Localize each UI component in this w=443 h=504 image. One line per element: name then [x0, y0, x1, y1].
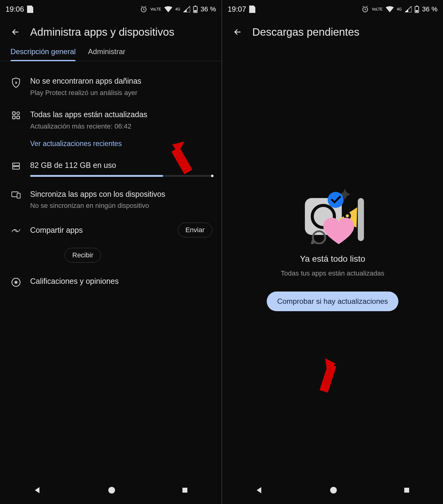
nav-home-icon[interactable]: [108, 486, 116, 494]
sim-icon: [27, 6, 33, 13]
storage-progress: [30, 175, 212, 177]
battery-icon: [193, 6, 198, 13]
network-label: 4G: [175, 7, 180, 11]
battery-percent: 36 %: [201, 5, 216, 13]
wifi-icon: [164, 6, 172, 12]
empty-title: Ya está todo listo: [300, 254, 365, 264]
sim-icon: [249, 6, 255, 13]
svg-rect-8: [13, 163, 20, 166]
devices-icon: [11, 190, 21, 199]
empty-state: Ya está todo listo Todas tus apps están …: [222, 42, 443, 476]
recent-updates-link[interactable]: Ver actualizaciones recientes: [30, 140, 212, 148]
nearby-share-icon: [11, 227, 21, 234]
svg-point-11: [14, 167, 15, 168]
svg-point-27: [346, 214, 349, 217]
storage-title: 82 GB de 112 GB en uso: [30, 160, 212, 171]
section-ratings[interactable]: Calificaciones y opiniones: [7, 270, 214, 293]
status-time: 19:07: [228, 5, 246, 14]
svg-rect-13: [17, 193, 20, 198]
volte-label: VoLTE: [372, 7, 383, 11]
alarm-icon: [361, 6, 369, 13]
signal-icon: [405, 6, 412, 12]
tabs: Descripción general Administrar: [0, 42, 222, 61]
apps-grid-icon: [11, 111, 21, 120]
check-updates-button[interactable]: Comprobar si hay actualizaciones: [267, 292, 398, 311]
illustration: [293, 183, 373, 244]
network-label: 4G: [397, 7, 402, 11]
send-button[interactable]: Enviar: [178, 223, 212, 237]
left-phone-screen: 19:06 VoLTE 4G 36 % Administra apps y di…: [0, 0, 222, 504]
share-second-row: Recibir: [7, 248, 214, 263]
nav-back-icon[interactable]: [255, 486, 264, 495]
storage-icon: [11, 161, 21, 171]
back-arrow-icon: [11, 27, 20, 37]
nav-recent-icon[interactable]: [181, 486, 189, 494]
tab-manage[interactable]: Administrar: [88, 47, 125, 61]
status-bar: 19:07 VoLTE 4G 36 %: [222, 0, 443, 18]
section-updates[interactable]: Todas las apps están actualizadas Actual…: [7, 103, 214, 154]
svg-rect-7: [17, 116, 20, 119]
share-label: Compartir apps: [30, 226, 83, 235]
page-title: Descargas pendientes: [252, 26, 359, 38]
back-button[interactable]: [9, 26, 22, 38]
svg-rect-5: [17, 112, 20, 115]
svg-rect-9: [13, 166, 20, 169]
section-storage[interactable]: 82 GB de 112 GB en uso: [7, 154, 214, 183]
nav-recent-icon[interactable]: [403, 486, 410, 494]
signal-icon: [183, 6, 190, 12]
nav-home-icon[interactable]: [329, 486, 337, 494]
svg-rect-21: [416, 6, 417, 6]
shield-icon: [11, 77, 21, 88]
battery-percent: 36 %: [422, 5, 437, 13]
svg-rect-3: [194, 10, 197, 12]
section-play-protect[interactable]: No se encontraron apps dañinas Play Prot…: [7, 70, 214, 103]
navigation-bar: [222, 476, 443, 504]
sync-title: Sincroniza las apps con los dispositivos: [30, 189, 212, 200]
svg-rect-4: [13, 112, 15, 115]
svg-rect-18: [182, 488, 187, 493]
status-bar: 19:06 VoLTE 4G 36 %: [0, 0, 222, 18]
protect-sub: Play Protect realizó un análisis ayer: [30, 88, 212, 97]
back-button[interactable]: [231, 26, 244, 38]
nav-back-icon[interactable]: [33, 486, 42, 495]
section-share: Compartir apps Enviar: [7, 216, 214, 244]
svg-rect-6: [13, 116, 15, 119]
svg-rect-33: [404, 488, 409, 493]
svg-point-17: [108, 487, 115, 494]
protect-title: No se encontraron apps dañinas: [30, 76, 212, 86]
empty-sub: Todas tus apps están actualizadas: [281, 269, 384, 277]
battery-icon: [415, 6, 419, 13]
star-circle-icon: [11, 277, 21, 287]
updates-sub: Actualización más reciente: 06:42: [30, 122, 212, 131]
section-sync[interactable]: Sincroniza las apps con los dispositivos…: [7, 183, 214, 216]
svg-rect-28: [358, 198, 364, 241]
right-phone-screen: 19:07 VoLTE 4G 36 % Descargas pendientes: [222, 0, 443, 504]
status-time: 19:06: [6, 5, 24, 14]
svg-rect-22: [416, 10, 418, 12]
navigation-bar: [0, 476, 222, 504]
back-arrow-icon: [233, 27, 242, 37]
page-title: Administra apps y dispositivos: [30, 26, 174, 38]
tab-overview[interactable]: Descripción general: [10, 47, 76, 61]
ratings-label: Calificaciones y opiniones: [30, 276, 212, 287]
volte-label: VoLTE: [150, 7, 161, 11]
sync-sub: No se sincronizan en ningún dispositivo: [30, 201, 212, 210]
receive-button[interactable]: Recibir: [65, 248, 101, 263]
wifi-icon: [386, 6, 394, 12]
svg-point-32: [330, 487, 337, 494]
svg-rect-2: [195, 6, 196, 6]
svg-point-10: [14, 164, 15, 165]
updates-title: Todas las apps están actualizadas: [30, 109, 212, 120]
alarm-icon: [140, 6, 147, 13]
